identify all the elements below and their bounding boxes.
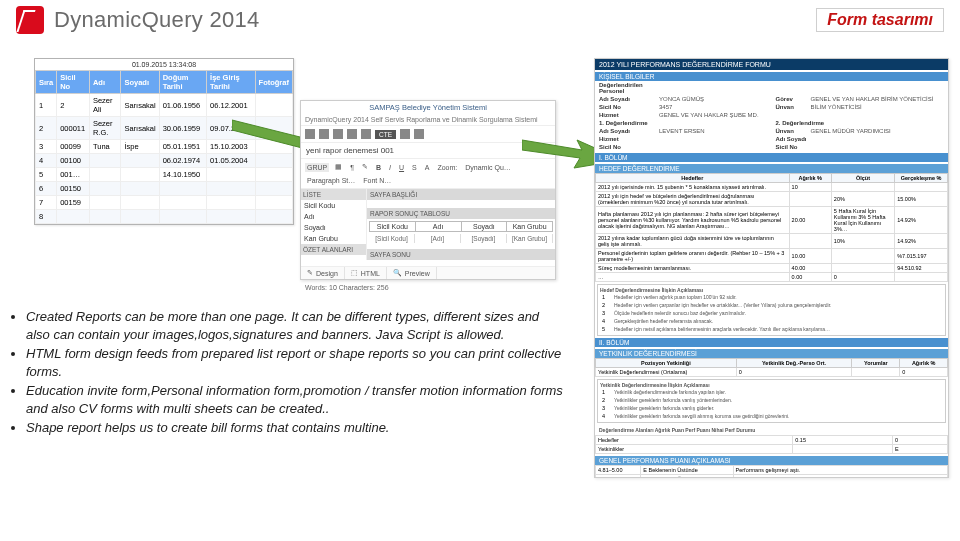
col-dogum[interactable]: Doğum Tarihi [159, 71, 206, 94]
bullet-4: Shape report helps us to create bill for… [26, 419, 564, 437]
perf-kisisel: KİŞİSEL BİLGİLER [595, 72, 948, 81]
arrow-icon[interactable] [333, 129, 343, 139]
sound-icon[interactable] [347, 129, 357, 139]
fields-pane: LİSTE Sicil Kodu Adı Soyadı Kan Grubu ÖZ… [301, 189, 367, 260]
band-header: SAYFA BAŞLIĞI [367, 189, 555, 200]
col-adi[interactable]: Adı [89, 71, 121, 94]
table-row: 2012 yılı içerisinde min. 15 şubenin * 5… [596, 183, 948, 192]
app-logo [16, 6, 44, 34]
bullet-1: Created Reports can be more than one pag… [26, 308, 564, 343]
status-bar: Words: 10 Characters: 256 [305, 284, 389, 291]
layout-icon[interactable] [319, 129, 329, 139]
tab-design[interactable]: ✎ Design [301, 267, 345, 279]
yetkinlik-bar: YETKİNLİK DEĞERLENDİRMESİ [595, 349, 948, 358]
band-body: RAPOR SONUÇ TABLOSU [367, 208, 555, 219]
degform-header: Değerlendirme Alanları Ağırlık Puan Perf… [595, 425, 948, 435]
bullet-3: Education invite form,Personal informati… [26, 382, 564, 417]
table-row[interactable]: 700159 [36, 196, 293, 210]
cte-button[interactable]: CTE [375, 130, 396, 139]
field-sicil[interactable]: Sicil Kodu [301, 200, 366, 211]
table-row: Süreç modellemesinin tamamlanması.40.009… [596, 264, 948, 273]
datasource-select[interactable]: Dynamic Qu… [463, 163, 513, 172]
table-columns: Sicil Kodu Adı Soyadı Kan Grubu [369, 221, 553, 232]
field-adi[interactable]: Adı [301, 211, 366, 222]
field-kan[interactable]: Kan Grubu [301, 233, 366, 244]
genel-bar: GENEL PERFORMANS PUANI AÇIKLAMASI [595, 456, 948, 465]
designer-tabs: ✎ Design ⬚ HTML 🔍 Preview [301, 266, 555, 279]
info-bullets: Created Reports can be more than one pag… [10, 308, 564, 439]
hedef-bar: HEDEF DEĞERLENDİRME [595, 164, 948, 173]
rich-text-toolbar: GRUP ▦¶✎ B I U S A Zoom: Dynamic Qu… Par… [301, 159, 555, 189]
bolum2: II. BÖLÜM [595, 338, 948, 347]
table-row: Personel giderlerinin toplam gelirlere o… [596, 249, 948, 264]
bullet-2: HTML form design feeds from prepared lis… [26, 345, 564, 380]
underline-button[interactable]: U [397, 163, 406, 172]
camera-icon[interactable] [400, 129, 410, 139]
page-header: DynamicQuery 2014 Form tasarımı [0, 0, 960, 40]
row-binding: [Sicil Kodu] [Adı] [Soyadı] [Kan Grubu] [369, 234, 553, 243]
table-row: 2012 yılı için hedef ve bütçelerin değer… [596, 192, 948, 207]
col-sicil[interactable]: Sicil No [57, 71, 90, 94]
table-row[interactable]: 8 [36, 210, 293, 224]
table-row: Hafta planlaması 2012 yılı için planlanm… [596, 207, 948, 234]
ozet-header: ÖZET ALANLARI [301, 244, 366, 255]
bold-button[interactable]: B [374, 163, 383, 172]
hedef-table: Hedefler Ağırlık % Ölçüt Gerçekleşme % 2… [595, 173, 948, 282]
strike-button[interactable]: S [410, 163, 419, 172]
table-row: 2012 yılına kadar toplumların gücü doğa … [596, 234, 948, 249]
bolum1: I. BÖLÜM [595, 153, 948, 162]
yetkinlik-table: Pozisyon Yetkinliği Yetkinlik Değ.-Perso… [595, 358, 948, 377]
performance-form: 2012 YILI PERFORMANS DEĞERLENDİRME FORMU… [594, 58, 949, 478]
lock-icon[interactable] [361, 129, 371, 139]
perf-title: 2012 YILI PERFORMANS DEĞERLENDİRME FORMU [595, 59, 948, 70]
breadcrumb: DynamicQuery 2014 Self Servis Raporlama … [301, 114, 555, 126]
save-icon[interactable] [305, 129, 315, 139]
applycss-select[interactable]: A [423, 163, 432, 172]
field-soyadi[interactable]: Soyadı [301, 222, 366, 233]
group-button[interactable]: GRUP [305, 163, 329, 172]
col-foto[interactable]: Fotoğraf [255, 71, 292, 94]
zoom-label: Zoom: [435, 163, 459, 172]
design-surface[interactable]: SAYFA BAŞLIĞI RAPOR SONUÇ TABLOSU Sicil … [367, 189, 555, 260]
col-ise[interactable]: İşe Giriş Tarihi [207, 71, 255, 94]
liste-header: LİSTE [301, 189, 366, 200]
report-designer-window: SAMPAŞ Belediye Yönetim Sistemi DynamicQ… [300, 100, 556, 280]
italic-button[interactable]: I [387, 163, 393, 172]
system-title: SAMPAŞ Belediye Yönetim Sistemi [301, 101, 555, 114]
sample-date: 01.09.2015 13:34:08 [35, 59, 293, 70]
tab-html[interactable]: ⬚ HTML [345, 267, 387, 279]
col-soyadi[interactable]: Soyadı [121, 71, 159, 94]
tab-preview[interactable]: 🔍 Preview [387, 267, 437, 279]
table-row[interactable]: 600150 [36, 182, 293, 196]
paragraph-select[interactable]: Paragraph St… [305, 176, 357, 185]
page-subtitle: Form tasarımı [816, 8, 944, 32]
col-sira[interactable]: Sıra [36, 71, 57, 94]
designer-toolbar: CTE [301, 126, 555, 143]
chart-icon[interactable] [414, 129, 424, 139]
font-select[interactable]: Font N… [361, 176, 393, 185]
table-row: …0.000 [596, 273, 948, 282]
band-footer: SAYFA SONU [367, 249, 555, 260]
app-title: DynamicQuery 2014 [54, 7, 260, 33]
report-name: yeni rapor denemesi 001 [301, 143, 555, 159]
